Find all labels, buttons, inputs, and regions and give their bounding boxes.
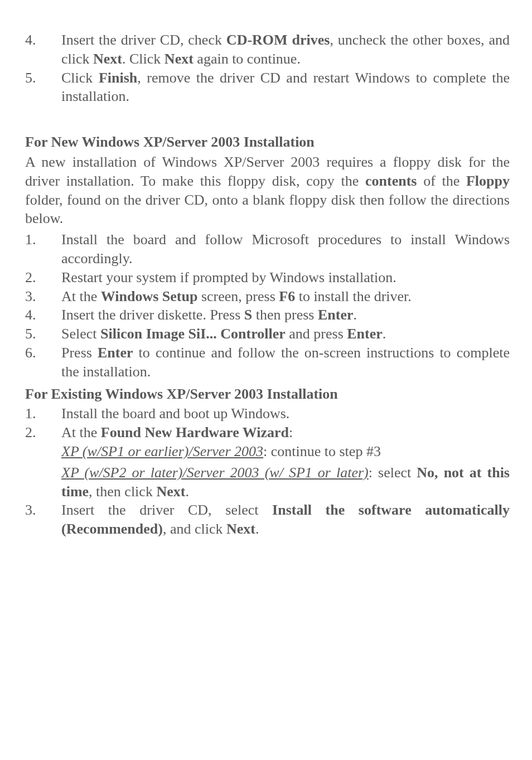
list-item: 3.Insert the driver CD, select Install t… <box>25 501 510 539</box>
text-run: XP (w/SP2 or later)/Server 2003 (w/ SP1 … <box>61 464 369 481</box>
text-run: again to continue. <box>194 51 301 67</box>
text-run: CD-ROM drives <box>226 32 330 48</box>
list-item-number: 2. <box>25 268 61 287</box>
text-run: : select <box>369 464 417 481</box>
text-run: to install the driver. <box>295 288 412 304</box>
text-run: Restart your system if prompted by Windo… <box>61 269 396 285</box>
text-run: Next <box>165 51 194 67</box>
list-item: 2.At the Found New Hardware Wizard: <box>25 423 510 442</box>
list-item-number: 4. <box>25 306 61 325</box>
list-item: 6.Press Enter to continue and follow the… <box>25 343 510 381</box>
text-run: Floppy <box>466 173 510 189</box>
list-existing-install: 1.Install the board and boot up Windows.… <box>25 404 510 539</box>
text-run: Insert the driver diskette. Press <box>61 307 244 323</box>
text-run: Install the board and boot up Windows. <box>61 405 289 422</box>
list-item-number: 3. <box>25 287 61 306</box>
text-run: Enter <box>347 326 383 342</box>
list-item-content: Click Finish, remove the driver CD and r… <box>61 69 510 107</box>
text-run: , then click <box>89 483 156 500</box>
list-item-number: 4. <box>25 31 61 69</box>
text-run: Windows Setup <box>101 288 198 304</box>
list-top: 4.Insert the driver CD, check CD-ROM dri… <box>25 31 510 106</box>
text-run: of the <box>417 173 466 189</box>
heading-existing-install: For Existing Windows XP/Server 2003 Inst… <box>25 385 510 404</box>
list-item-number: 3. <box>25 501 61 539</box>
text-run: . Click <box>122 51 165 67</box>
text-run: Next <box>226 521 255 537</box>
list-item-number: 1. <box>25 404 61 423</box>
list-subitem-spacer <box>25 442 61 461</box>
text-run: Finish <box>99 70 137 86</box>
text-run: Install the board and follow Microsoft p… <box>61 231 510 267</box>
text-run: S <box>244 307 252 323</box>
text-run: : <box>289 424 293 440</box>
list-item-number: 5. <box>25 325 61 343</box>
text-run: F6 <box>279 288 295 304</box>
list-subitem: XP (w/SP1 or earlier)/Server 2003: conti… <box>25 442 510 461</box>
list-item-number: 1. <box>25 230 61 268</box>
heading-new-install: For New Windows XP/Server 2003 Installat… <box>25 133 510 152</box>
list-item-content: Install the board and follow Microsoft p… <box>61 230 510 268</box>
text-run: and press <box>286 326 347 342</box>
list-item-content: Install the board and boot up Windows. <box>61 404 510 423</box>
text-run: Insert the driver CD, check <box>61 32 226 48</box>
text-run: , and click <box>163 521 226 537</box>
text-run: Next <box>93 51 122 67</box>
text-run: At the <box>61 288 101 304</box>
text-run: . <box>383 326 386 342</box>
list-item-content: At the Windows Setup screen, press F6 to… <box>61 287 510 306</box>
list-item: 4.Insert the driver CD, check CD-ROM dri… <box>25 31 510 69</box>
text-run: . <box>255 521 259 537</box>
list-item: 2.Restart your system if prompted by Win… <box>25 268 510 287</box>
text-run: contents <box>365 173 417 189</box>
list-item-number: 5. <box>25 69 61 107</box>
text-run: : continue to step #3 <box>263 443 381 459</box>
text-run: Found New Hardware Wizard <box>101 424 289 440</box>
text-run: Insert the driver CD, select <box>61 502 272 518</box>
text-run: Silicon Image SiI... Controller <box>100 326 286 342</box>
list-item-content: Select Silicon Image SiI... Controller a… <box>61 325 510 343</box>
list-item: 5.Select Silicon Image SiI... Controller… <box>25 325 510 343</box>
text-run: folder, found on the driver CD, onto a b… <box>25 192 510 227</box>
text-run: Select <box>61 326 100 342</box>
list-item-content: Insert the driver diskette. Press S then… <box>61 306 510 325</box>
list-item-content: Restart your system if prompted by Windo… <box>61 268 510 287</box>
list-item-number: 2. <box>25 423 61 442</box>
list-item-content: Insert the driver CD, check CD-ROM drive… <box>61 31 510 69</box>
list-item: 5.Click Finish, remove the driver CD and… <box>25 69 510 107</box>
intro-paragraph: A new installation of Windows XP/Server … <box>25 153 510 228</box>
text-run: At the <box>61 424 101 440</box>
list-item-number: 6. <box>25 343 61 381</box>
text-run: . <box>185 483 189 500</box>
list-item-content: Insert the driver CD, select Install the… <box>61 501 510 539</box>
text-run: Enter <box>98 345 133 361</box>
text-run: screen, press <box>197 288 279 304</box>
text-run: XP (w/SP1 or earlier)/Server 2003 <box>61 443 263 459</box>
text-run: . <box>354 307 357 323</box>
list-item: 1.Install the board and boot up Windows. <box>25 404 510 423</box>
text-run: Next <box>156 483 185 500</box>
list-new-install: 1.Install the board and follow Microsoft… <box>25 230 510 381</box>
list-subitem-spacer <box>25 463 61 501</box>
list-subitem-content: XP (w/SP2 or later)/Server 2003 (w/ SP1 … <box>61 463 510 501</box>
list-item: 3.At the Windows Setup screen, press F6 … <box>25 287 510 306</box>
list-item-content: Press Enter to continue and follow the o… <box>61 343 510 381</box>
text-run: Enter <box>318 307 354 323</box>
list-item-content: At the Found New Hardware Wizard: <box>61 423 510 442</box>
list-item: 4.Insert the driver diskette. Press S th… <box>25 306 510 325</box>
text-run: then press <box>252 307 318 323</box>
text-run: Click <box>61 70 99 86</box>
list-subitem: XP (w/SP2 or later)/Server 2003 (w/ SP1 … <box>25 463 510 501</box>
list-item: 1.Install the board and follow Microsoft… <box>25 230 510 268</box>
list-subitem-content: XP (w/SP1 or earlier)/Server 2003: conti… <box>61 442 510 461</box>
text-run: Press <box>61 345 98 361</box>
